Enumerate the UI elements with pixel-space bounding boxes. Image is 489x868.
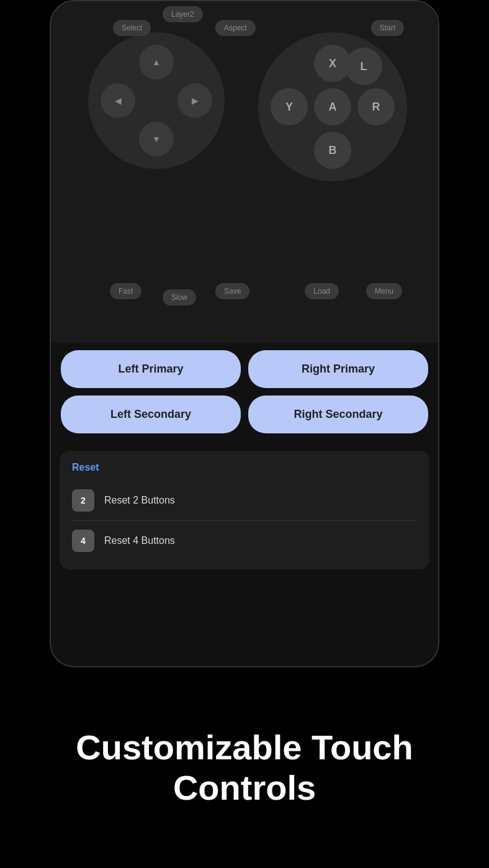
dpad-left-icon: ◀ [115, 96, 122, 106]
right-primary-button[interactable]: Right Primary [248, 350, 428, 388]
face-zone: X B Y R A L [258, 32, 407, 181]
left-primary-button[interactable]: Left Primary [61, 350, 241, 388]
dpad-down-icon: ▼ [152, 134, 161, 144]
dpad-center: ▲ ▼ ◀ ▶ [101, 45, 212, 156]
slow-button[interactable]: Slow [163, 289, 196, 305]
face-a-button[interactable]: A [314, 88, 351, 125]
dpad-right-button[interactable]: ▶ [177, 83, 212, 118]
face-y-button[interactable]: Y [271, 88, 308, 125]
layer2-button[interactable]: Layer2 [163, 6, 203, 22]
reset-4-buttons-item[interactable]: 4 Reset 4 Buttons [72, 523, 417, 558]
left-secondary-button[interactable]: Left Secondary [61, 396, 241, 433]
action-button-grid: Left Primary Right Primary Left Secondar… [51, 343, 438, 448]
aspect-button[interactable]: Aspect [215, 20, 256, 36]
headline-text: Customizable Touch Controls [0, 728, 489, 808]
phone-container: ▲ ▼ ◀ ▶ X [0, 0, 489, 868]
secondary-button-row: Left Secondary Right Secondary [61, 396, 428, 433]
reset-2-icon: 2 [72, 489, 94, 512]
right-secondary-button[interactable]: Right Secondary [248, 396, 428, 433]
fast-button[interactable]: Fast [110, 283, 141, 299]
reset-2-label: Reset 2 Buttons [104, 495, 175, 506]
load-button[interactable]: Load [305, 283, 339, 299]
face-b-button[interactable]: B [314, 132, 351, 169]
reset-divider [72, 520, 417, 521]
bottom-text-section: Customizable Touch Controls [0, 667, 489, 868]
reset-panel: Reset 2 Reset 2 Buttons 4 Reset 4 Button… [60, 451, 429, 569]
primary-button-row: Left Primary Right Primary [61, 350, 428, 388]
dpad-up-button[interactable]: ▲ [139, 45, 174, 79]
dpad-right-icon: ▶ [192, 96, 199, 106]
start-button[interactable]: Start [371, 20, 404, 36]
reset-2-buttons-item[interactable]: 2 Reset 2 Buttons [72, 483, 417, 518]
reset-4-label: Reset 4 Buttons [104, 535, 175, 546]
phone-screen: ▲ ▼ ◀ ▶ X [50, 0, 439, 667]
reset-panel-title: Reset [72, 462, 417, 473]
select-button[interactable]: Select [113, 20, 151, 36]
controller-area: ▲ ▼ ◀ ▶ X [51, 1, 438, 343]
dpad-zone: ▲ ▼ ◀ ▶ [88, 32, 225, 169]
dpad-left-button[interactable]: ◀ [101, 83, 135, 118]
reset-4-icon: 4 [72, 530, 94, 552]
dpad-down-button[interactable]: ▼ [139, 122, 174, 156]
face-l-button[interactable]: L [345, 48, 382, 85]
menu-button[interactable]: Menu [366, 283, 402, 299]
face-r-button[interactable]: R [357, 88, 395, 125]
save-button[interactable]: Save [215, 283, 249, 299]
dpad-up-icon: ▲ [152, 57, 161, 67]
face-center: X B Y R A L [271, 45, 395, 169]
